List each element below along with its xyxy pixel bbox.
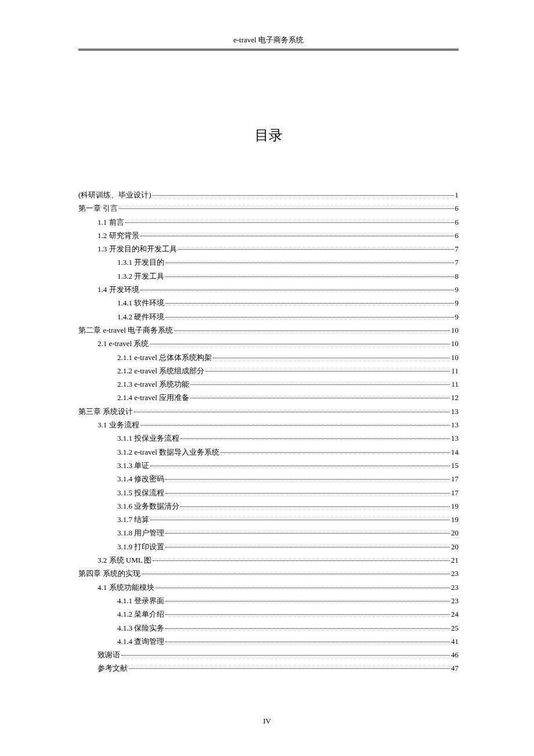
toc-leader-dots	[165, 547, 450, 548]
toc-entry-page: 24	[451, 610, 459, 618]
toc-entry: 4.1.2 菜单介绍24	[78, 610, 459, 618]
toc-leader-dots	[205, 371, 450, 372]
toc-entry: 1.4 开发环境9	[78, 286, 459, 293]
toc-entry-label: 4.1.2 菜单介绍	[117, 610, 164, 618]
toc-entry-label: 第二章 e-travel 电子商务系统	[78, 326, 173, 334]
toc-entry-label: 1.4 开发环境	[98, 286, 139, 293]
toc-leader-dots	[190, 384, 450, 385]
table-of-contents: (科研训练、毕业设计)1第一章 引言61.1 前言61.2 研究背景61.3 开…	[78, 191, 459, 672]
toc-entry-page: 9	[455, 299, 459, 307]
toc-entry-label: 3.1.5 投保流程	[117, 489, 164, 496]
toc-entry-page: 14	[451, 448, 459, 456]
toc-entry-page: 47	[451, 664, 459, 672]
toc-entry-label: 1.1 前言	[98, 218, 124, 226]
toc-leader-dots	[165, 303, 453, 304]
toc-leader-dots	[213, 358, 450, 358]
toc-entry-label: 3.1.3 单证	[117, 462, 149, 469]
toc-entry-label: 1.3.1 开发目的	[117, 258, 164, 266]
toc-entry-label: 参考文献	[98, 664, 128, 672]
toc-entry-page: 10	[451, 354, 459, 361]
toc-entry-page: 20	[451, 529, 459, 537]
toc-entry-label: 4.1.3 保险实务	[117, 624, 164, 632]
toc-entry-page: 8	[455, 272, 459, 280]
toc-entry-label: 3.1.9 打印设置	[117, 543, 164, 550]
toc-leader-dots	[129, 668, 450, 669]
toc-entry: 1.3.2 开发工具8	[78, 272, 459, 280]
toc-entry: 1.4.1 软件环境9	[78, 299, 459, 307]
toc-entry-page: 9	[455, 286, 459, 293]
page-number: IV	[0, 717, 534, 726]
toc-leader-dots	[150, 466, 450, 466]
toc-entry: (科研训练、毕业设计)1	[78, 191, 459, 199]
toc-entry: 4.1.1 登录界面23	[78, 597, 459, 604]
toc-leader-dots	[165, 614, 450, 615]
toc-leader-dots	[140, 236, 454, 236]
toc-entry: 2.1.3 e-travel 系统功能 11	[78, 380, 459, 388]
toc-leader-dots	[125, 222, 454, 223]
toc-entry: 2.1.4 e-travel 应用准备12	[78, 394, 459, 401]
toc-entry-page: 1	[455, 191, 459, 199]
toc-entry: 3.1.4 修改密码17	[78, 475, 459, 483]
toc-entry: 4.1.3 保险实务25	[78, 624, 459, 632]
toc-entry-page: 12	[451, 394, 459, 401]
toc-entry: 参考文献47	[78, 664, 459, 672]
toc-entry: 3.1.6 业务数据清分19	[78, 502, 459, 510]
toc-entry-label: 4.1 系统功能模块	[98, 584, 154, 591]
toc-leader-dots	[165, 479, 450, 480]
toc-leader-dots	[165, 601, 450, 602]
toc-entry-label: 1.4.2 硬件环境	[117, 313, 164, 321]
toc-entry-page: 6	[455, 204, 459, 212]
toc-entry-label: 3.1 业务流程	[98, 421, 139, 429]
toc-entry: 1.1 前言6	[78, 218, 459, 226]
toc-leader-dots	[156, 588, 450, 588]
toc-entry-page: 11	[451, 367, 459, 375]
toc-leader-dots	[221, 452, 450, 453]
toc-leader-dots	[153, 560, 450, 561]
toc-leader-dots	[153, 195, 454, 196]
toc-entry: 第四章 系统的实现23	[78, 570, 459, 577]
toc-entry: 3.1.1 投保业务流程13	[78, 434, 459, 442]
toc-leader-dots	[165, 533, 450, 534]
toc-entry: 第一章 引言6	[78, 204, 459, 212]
toc-entry-page: 13	[451, 421, 459, 429]
toc-entry-page: 23	[451, 597, 459, 604]
toc-entry-page: 6	[455, 232, 459, 239]
toc-entry-label: 4.1.1 登录界面	[117, 597, 164, 604]
toc-entry: 3.1.2 e-travel 数据导入业务系统 14	[78, 448, 459, 456]
toc-entry: 4.1.4 查询管理41	[78, 638, 459, 645]
toc-entry-page: 20	[451, 543, 459, 550]
toc-entry: 2.1 e-travel 系统 10	[78, 340, 459, 347]
toc-leader-dots	[174, 330, 450, 331]
toc-entry-page: 19	[451, 502, 459, 510]
toc-entry-label: 3.1.8 用户管理	[117, 529, 164, 537]
toc-entry: 第三章 系统设计13	[78, 408, 459, 415]
toc-entry: 3.1.9 打印设置20	[78, 543, 459, 550]
toc-entry-page: 7	[455, 258, 459, 266]
toc-entry-label: 第三章 系统设计	[78, 408, 133, 415]
toc-entry-page: 46	[451, 651, 459, 658]
toc-entry: 3.1.8 用户管理20	[78, 529, 459, 537]
toc-entry-label: 第四章 系统的实现	[78, 570, 140, 577]
toc-entry-page: 10	[451, 340, 459, 347]
toc-entry-label: 3.1.6 业务数据清分	[117, 502, 179, 510]
toc-leader-dots	[165, 276, 453, 277]
toc-entry-page: 11	[451, 380, 459, 388]
toc-leader-dots	[140, 290, 454, 290]
toc-leader-dots	[150, 344, 450, 344]
toc-entry-page: 41	[451, 638, 459, 645]
toc-entry: 致谢语46	[78, 651, 459, 658]
toc-entry: 3.1.7 结算19	[78, 516, 459, 523]
toc-leader-dots	[134, 412, 450, 412]
toc-entry-label: (科研训练、毕业设计)	[78, 191, 151, 199]
toc-entry: 3.1.3 单证15	[78, 462, 459, 469]
toc-entry: 4.1 系统功能模块23	[78, 584, 459, 591]
toc-entry: 第二章 e-travel 电子商务系统 10	[78, 326, 459, 334]
toc-leader-dots	[142, 574, 450, 574]
toc-entry-page: 17	[451, 475, 459, 483]
toc-title: 目录	[78, 126, 459, 145]
toc-leader-dots	[181, 506, 450, 507]
toc-entry-label: 3.1.7 结算	[117, 516, 149, 523]
toc-entry-label: 3.1.2 e-travel 数据导入业务系统	[117, 448, 219, 456]
toc-entry-label: 3.1.4 修改密码	[117, 475, 164, 483]
toc-entry-label: 2.1.1 e-travel 总体体系统构架	[117, 354, 212, 361]
